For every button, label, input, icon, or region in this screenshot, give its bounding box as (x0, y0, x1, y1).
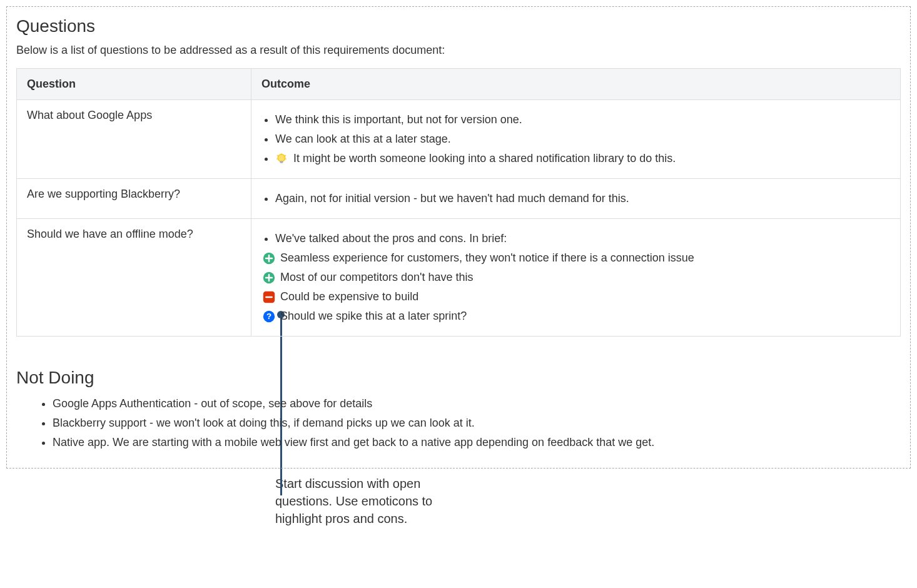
outcome-item: We've talked about the pros and cons. In… (275, 230, 890, 247)
outcome-item: Again, not for initial version - but we … (275, 190, 890, 207)
questions-intro-text: Below is a list of questions to be addre… (16, 44, 901, 57)
not-doing-item: Google Apps Authentication - out of scop… (53, 395, 901, 412)
document-section: Questions Below is a list of questions t… (6, 6, 911, 469)
outcome-icon-row: Seamless experience for customers, they … (263, 250, 890, 266)
not-doing-list: Google Apps Authentication - out of scop… (16, 395, 901, 451)
outcome-cell: We've talked about the pros and cons. In… (251, 219, 901, 337)
minus-icon (263, 291, 275, 303)
outcome-icon-row: Most of our competitors don't have this (263, 269, 890, 286)
outcome-item: We think this is important, but not for … (275, 111, 890, 128)
svg-point-0 (278, 155, 285, 162)
plus-icon (263, 252, 275, 265)
not-doing-heading: Not Doing (16, 368, 901, 388)
outcome-cell: Again, not for initial version - but we … (251, 179, 901, 219)
plus-icon (263, 271, 275, 284)
not-doing-item: Native app. We are starting with a mobil… (53, 434, 901, 451)
question-cell: What about Google Apps (17, 100, 251, 179)
outcome-item: It might be worth someone looking into a… (275, 150, 890, 167)
questions-heading: Questions (16, 16, 901, 36)
outcome-item: We can look at this at a later stage. (275, 131, 890, 148)
not-doing-item: Blackberry support - we won't look at do… (53, 415, 901, 432)
table-header-outcome: Outcome (251, 69, 901, 100)
svg-rect-1 (280, 161, 283, 163)
outcome-list: Again, not for initial version - but we … (261, 190, 890, 207)
lightbulb-icon (275, 153, 288, 165)
outcome-text: It might be worth someone looking into a… (293, 152, 676, 165)
outcome-cell: We think this is important, but not for … (251, 100, 901, 179)
question-icon: ? (263, 310, 275, 323)
outcome-text: Could be expensive to build (280, 288, 418, 305)
outcome-icon-row: Could be expensive to build (263, 288, 890, 305)
outcome-text: Most of our competitors don't have this (280, 269, 474, 286)
questions-table: Question Outcome What about Google AppsW… (16, 68, 901, 337)
question-cell: Are we supporting Blackberry? (17, 179, 251, 219)
svg-text:?: ? (266, 312, 271, 321)
svg-rect-5 (265, 296, 273, 298)
table-header-question: Question (17, 69, 251, 100)
table-row: What about Google AppsWe think this is i… (17, 100, 901, 179)
question-cell: Should we have an offline mode? (17, 219, 251, 337)
outcome-list: We think this is important, but not for … (261, 111, 890, 167)
outcome-text: Should we spike this at a later sprint? (280, 308, 467, 325)
table-row: Should we have an offline mode?We've tal… (17, 219, 901, 337)
outcome-text: Seamless experience for customers, they … (280, 250, 694, 266)
table-row: Are we supporting Blackberry?Again, not … (17, 179, 901, 219)
outcome-list: We've talked about the pros and cons. In… (261, 230, 890, 247)
outcome-icon-row: ?Should we spike this at a later sprint? (263, 308, 890, 325)
annotation-text: Start discussion with open questions. Us… (275, 475, 475, 527)
